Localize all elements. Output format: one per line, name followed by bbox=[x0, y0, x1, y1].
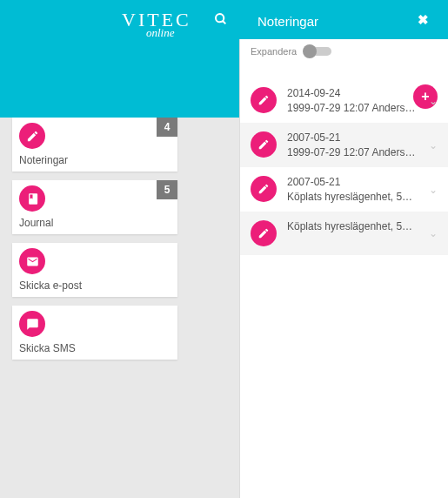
search-icon[interactable] bbox=[214, 12, 228, 29]
tile-noteringar[interactable]: 4 Noteringar bbox=[12, 118, 177, 172]
tile-label: Skicka SMS bbox=[19, 342, 76, 354]
close-icon[interactable]: ✖ bbox=[418, 12, 429, 28]
mail-icon bbox=[19, 248, 45, 274]
badge: 4 bbox=[157, 118, 177, 137]
entry-detail: Köplats hyreslägenhet, 5… bbox=[287, 220, 429, 232]
chat-icon bbox=[19, 311, 45, 337]
expand-label: Expandera bbox=[251, 46, 297, 57]
pencil-icon bbox=[251, 87, 277, 113]
svg-line-1 bbox=[223, 21, 225, 24]
entry-detail: Köplats hyreslägenhet, 5… bbox=[287, 191, 429, 203]
expand-toggle[interactable] bbox=[304, 47, 331, 56]
pencil-icon bbox=[251, 220, 277, 246]
entry-row[interactable]: 2007-05-21 Köplats hyreslägenhet, 5… ⌄ bbox=[240, 167, 448, 212]
logo-subtext: online bbox=[146, 26, 175, 40]
chevron-down-icon[interactable]: ⌄ bbox=[429, 139, 438, 151]
tile-journal[interactable]: 5 Journal bbox=[12, 180, 177, 234]
badge: 5 bbox=[157, 180, 177, 199]
entry-date: 2007-05-21 bbox=[287, 131, 429, 144]
pencil-icon bbox=[251, 176, 277, 202]
pencil-icon bbox=[251, 131, 277, 158]
right-panel: Expandera + 2014-09-24 1999-07-29 12:07 … bbox=[239, 39, 448, 498]
pencil-icon bbox=[19, 123, 45, 149]
top-bar-left bbox=[0, 0, 239, 118]
entries-list: 2014-09-24 1999-07-29 12:07 Anders… ⌄ 20… bbox=[240, 78, 448, 255]
tile-label: Skicka e-post bbox=[19, 279, 82, 292]
tile-label: Journal bbox=[19, 217, 53, 229]
entry-row[interactable]: 2007-05-21 1999-07-29 12:07 Anders… ⌄ bbox=[240, 123, 448, 167]
tile-email[interactable]: Skicka e-post bbox=[12, 243, 177, 297]
tile-list: 4 Noteringar 5 Journal Skicka e-post Ski… bbox=[12, 118, 177, 368]
svg-point-0 bbox=[216, 14, 224, 22]
expand-row: Expandera bbox=[240, 39, 448, 60]
tile-sms[interactable]: Skicka SMS bbox=[12, 306, 177, 360]
book-icon bbox=[19, 185, 45, 212]
chevron-down-icon[interactable]: ⌄ bbox=[429, 95, 438, 107]
entry-row[interactable]: 2014-09-24 1999-07-29 12:07 Anders… ⌄ bbox=[240, 78, 448, 123]
entry-date: 2007-05-21 bbox=[287, 176, 429, 188]
chevron-down-icon[interactable]: ⌄ bbox=[429, 184, 438, 196]
entry-detail: 1999-07-29 12:07 Anders… bbox=[287, 146, 429, 158]
entry-date: 2014-09-24 bbox=[287, 87, 429, 99]
entry-detail: 1999-07-29 12:07 Anders… bbox=[287, 102, 429, 114]
entry-row[interactable]: Köplats hyreslägenhet, 5… ⌄ bbox=[240, 212, 448, 255]
tile-label: Noteringar bbox=[19, 154, 68, 166]
panel-title: Noteringar bbox=[257, 14, 318, 29]
chevron-down-icon[interactable]: ⌄ bbox=[429, 227, 438, 239]
